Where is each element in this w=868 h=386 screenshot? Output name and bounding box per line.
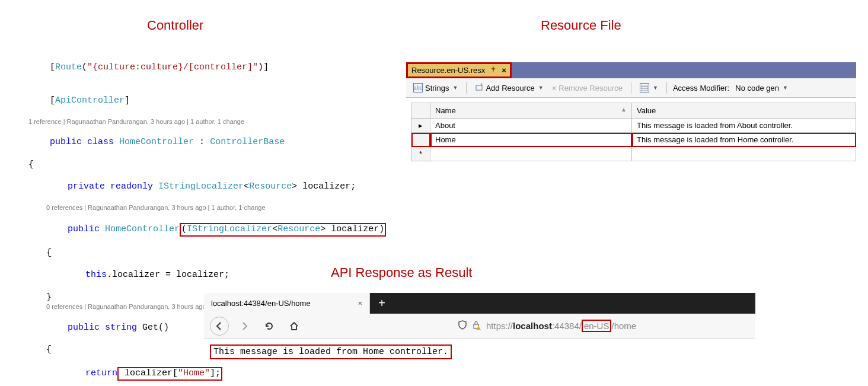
new-row-icon: * [411,147,430,161]
add-resource-label: Add Resource [486,84,534,92]
forward-button[interactable] [235,317,254,336]
kw-public: public [68,224,100,234]
home-button[interactable] [285,317,304,336]
get-method: Get() [142,323,169,333]
row-selector-icon[interactable]: ▸ [411,119,430,133]
row-selector[interactable] [411,133,430,147]
back-button[interactable] [210,317,229,336]
url-culture-highlight: en-US [582,320,612,332]
close-icon[interactable]: × [358,299,362,308]
reload-button[interactable] [260,317,279,336]
value-column-header[interactable]: Value [632,103,856,119]
resx-tab-name: Resource.en-US.resx [411,66,485,75]
resx-tabbar: Resource.en-US.resx × [406,62,856,78]
table-row-highlighted[interactable]: Home This message is loaded from Home co… [411,133,856,147]
ctor-param-rest: > localizer) [320,224,384,234]
api-controller-attr: ApiController [55,95,125,106]
kw-string: string [105,323,137,333]
resource-type: Resource [249,181,292,192]
url-host: localhost [513,321,552,331]
url-port: :44384/ [552,321,582,331]
strings-dropdown[interactable]: abc Strings ▼ [411,82,460,94]
kw-this: this [85,270,107,280]
cell-empty[interactable] [632,147,856,161]
browser-tab-title: localhost:44384/en-US/home [211,299,311,308]
kw-public: public [50,137,82,147]
ilocalizer-type: IStringLocalizer [158,181,244,192]
svg-rect-0 [476,85,482,90]
ctor-param-type: IStringLocalizer [187,224,272,234]
class-name: HomeController [119,137,194,147]
access-modifier-label: Access Modifier: [673,84,729,92]
svg-rect-1 [641,85,648,91]
url-bar[interactable]: https://localhost:44384/en-US/home [458,320,636,331]
url-path: /home [611,321,636,331]
kw-public: public [68,323,100,333]
code-bracket: [ [50,62,55,72]
shield-icon[interactable] [458,320,467,331]
name-column-header[interactable]: Name▲ [430,103,632,119]
pin-icon[interactable] [490,66,497,75]
resource-type: Resource [277,224,320,234]
sort-asc-icon: ▲ [621,106,627,113]
close-bracket: ]; [210,368,221,378]
inherit-colon: : [194,137,210,147]
cell-name[interactable]: About [430,119,632,133]
cell-empty[interactable] [430,147,632,161]
new-tab-button[interactable]: + [370,293,394,314]
lock-warning-icon[interactable] [472,320,481,331]
url-scheme: https:// [486,321,513,331]
grid-icon [640,83,649,92]
resx-tab[interactable]: Resource.en-US.resx × [406,62,512,78]
table-row[interactable]: ▸ About This message is loaded from Abou… [411,119,856,133]
browser-toolbar: https://localhost:44384/en-US/home [204,314,755,339]
add-resource-button[interactable]: Add Resource ▼ [473,82,545,94]
strings-icon: abc [413,83,423,92]
resx-toolbar: abc Strings ▼ Add Resource ▼ × Remove Re… [406,78,856,98]
remove-icon: × [552,84,557,92]
base-class: ControllerBase [210,137,285,147]
browser-window: localhost:44384/en-US/home × + https://l… [204,293,755,365]
brace: { [28,159,386,171]
remove-resource-label: Remove Resource [559,84,623,92]
strings-label: Strings [425,84,449,92]
cell-name[interactable]: Home [430,133,632,147]
brace: { [28,248,386,259]
browser-content: This message is loaded from Home control… [204,339,755,365]
cell-value[interactable]: This message is loaded from Home control… [632,133,856,147]
response-text-highlight: This message is loaded from Home control… [210,344,452,359]
access-modifier-value: No code gen [735,84,779,92]
ctor-name: HomeController [105,224,180,234]
route-args: ("{culture:culture}/[controller]")] [82,62,269,72]
codelens[interactable]: 0 references | Ragunaathan Pandurangan, … [28,204,386,212]
close-icon[interactable]: × [502,66,506,75]
codelens[interactable]: 1 reference | Ragunaathan Pandurangan, 3… [28,118,386,126]
kw-return: return [85,368,117,378]
browser-tabstrip: localhost:44384/en-US/home × + [204,293,755,314]
rowheader-corner [411,103,430,119]
resx-editor: Resource.en-US.resx × abc Strings ▼ Add … [406,62,856,161]
access-modifier-dropdown[interactable]: No code gen ▼ [733,82,790,94]
browser-tab[interactable]: localhost:44384/en-US/home × [204,293,370,314]
view-dropdown[interactable]: ▼ [637,82,660,94]
kw-readonly: readonly [110,181,153,192]
resx-grid[interactable]: Name▲ Value ▸ About This message is load… [411,103,856,161]
resource-title: Resource File [541,18,621,33]
home-string: "Home" [178,368,210,378]
new-row[interactable]: * [411,147,856,161]
kw-class: class [87,137,114,147]
add-resource-icon [475,83,483,93]
field-name: localizer; [297,181,356,192]
return-highlight: localizer["Home"]; [117,367,222,381]
localizer-call: localizer[ [119,368,178,378]
ctor-param-highlight: (IStringLocalizer<Resource> localizer) [180,223,386,237]
controller-title: Controller [147,18,203,33]
remove-resource-button[interactable]: × Remove Resource [550,82,625,94]
route-attribute: Route [55,62,82,72]
kw-private: private [68,181,105,192]
cell-value[interactable]: This message is loaded from About contro… [632,119,856,133]
